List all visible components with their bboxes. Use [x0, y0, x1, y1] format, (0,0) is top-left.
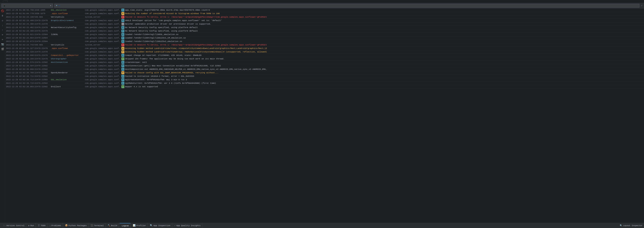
log-pid: 546-603 [34, 16, 51, 18]
status-right[interactable]: 🔍 Layout Inspector [620, 224, 642, 227]
restart-icon[interactable]: ↺ [1, 19, 4, 22]
video-icon[interactable]: 🎬 [1, 47, 4, 51]
camera-icon[interactable]: 📷 [1, 42, 4, 46]
log-content[interactable]: 2022-12-29 01:00:55.790 1639-1855 EGL_em… [5, 8, 644, 223]
status-label: Problems [52, 225, 61, 227]
table-row: 2022-12-29 02:02:26.584 22470-22582 com.… [5, 64, 644, 68]
log-message: Neither updatable production driver nor … [125, 23, 643, 25]
log-tag: VerityUtils [51, 16, 85, 18]
log-pid: 22470-22582 [34, 61, 51, 63]
log-level: D [121, 78, 125, 81]
log-timestamp: 2022-12-29 02:02:23.400 [6, 19, 34, 22]
status-item-run[interactable]: ▶ Run [27, 223, 36, 228]
level-badge: W [122, 12, 124, 15]
expand-icon[interactable]: ⤢ [641, 4, 642, 7]
filter-bar[interactable]: ▼ [54, 4, 640, 7]
log-package: com.google.samples.apps.sunflower [85, 30, 121, 32]
pause-icon[interactable]: ⏸ [1, 14, 4, 18]
log-level: D [121, 19, 125, 22]
log-timestamp: 2022-12-29 02:02:25.690 [6, 54, 34, 56]
status-bar: ↑↓ Version Control ▶ Run ☰ TODO ⚠ Proble… [0, 223, 644, 228]
status-item-app-inspection[interactable]: 🔍 App Inspection [148, 223, 172, 228]
log-level: W [121, 71, 125, 74]
log-level: I [121, 85, 125, 88]
logcat-tab[interactable] [3, 1, 8, 2]
log-level: D [121, 82, 125, 85]
level-badge: W [122, 50, 124, 53]
log-pid: 22470-22470 [34, 58, 51, 60]
status-label: App Inspection [154, 225, 170, 227]
status-item-logcat[interactable]: Logcat [120, 223, 131, 228]
left-sidebar: 🚫 ⏸ ↺ ↓ ↑ ≡ ≡ 📷 🎬 [0, 8, 5, 223]
log-level: I [121, 57, 125, 60]
status-icon: ⚠ [50, 224, 51, 227]
log-timestamp: 2022-12-29 02:02:26.709 [6, 72, 34, 74]
table-row: 2022-12-29 02:02:23.402 22470-22470 Netw… [5, 26, 644, 29]
log-package: com.google.samples.apps.sunflower [85, 33, 121, 36]
log-message: app_time_stats: avg=27989792.00ms min=8.… [125, 9, 643, 11]
log-message: eglMakeCurrent: 0x7df95262cf50: ver 3 0 … [125, 82, 643, 84]
scroll-down-icon[interactable]: ↓ [1, 23, 4, 27]
log-timestamp: 2022-12-29 02:02:24.328 [6, 51, 34, 53]
status-item-app-quality-insights[interactable]: ✓ App Quality Insights [173, 223, 202, 228]
scroll-up-icon[interactable]: ↑ [1, 28, 4, 32]
log-level: D [121, 75, 125, 78]
status-icon: ☰ [38, 224, 40, 227]
log-level: D [121, 68, 125, 71]
device-dropdown-icon: ▾ [50, 4, 51, 7]
log-package: com.google.samples.apps.sunflower [85, 47, 121, 49]
status-label: Terminal [94, 225, 104, 227]
log-message: Failed to measure fs-verity, errno 1: /d… [125, 16, 643, 18]
log-message: Reducing the number of considered missed… [125, 12, 643, 15]
table-row: 2022-12-29 02:02:23.400 22470-22470 com.… [5, 29, 644, 33]
level-badge: D [122, 64, 124, 67]
log-package: com.google.samples.apps.sunflower [85, 40, 121, 42]
log-package: system_server [85, 16, 121, 18]
status-item-todo[interactable]: ☰ TODO [36, 223, 47, 228]
table-row: 2022-12-29 02:02:26.709 22470-22582 Open… [5, 71, 644, 75]
level-badge: D [122, 19, 124, 22]
log-timestamp: 2022-12-29 02:02:23.199 [6, 16, 34, 18]
status-item-profiler[interactable]: 📊 Profiler [131, 223, 148, 228]
log-pid: 22470-22470 [34, 26, 51, 29]
status-icon: 🔨 [108, 224, 110, 227]
layout-inspector-label: Layout Inspector [623, 225, 642, 227]
log-tag: HostConnection [51, 61, 85, 63]
clear-icon[interactable]: 🚫 [1, 9, 4, 13]
log-timestamp: 2022-12-29 02:02:23.673 [6, 40, 34, 42]
status-icon: 📦 [65, 224, 68, 227]
status-item-problems[interactable]: ⚠ Problems [48, 223, 63, 228]
log-tag: EGL_emulation [51, 79, 85, 81]
status-item-version-control[interactable]: ↑↓ Version Control [2, 223, 26, 228]
status-icon: 📊 [133, 224, 136, 227]
log-message: HostConnection::get() New Host Connectio… [125, 65, 643, 67]
status-item-build[interactable]: 🔨 Build [106, 223, 119, 228]
table-row: 2022-12-29 02:02:23.664 22470-22584 com.… [5, 36, 644, 40]
table-row: 2022-12-29 01:00:55.790 1639-1855 EGL_em… [5, 8, 644, 12]
level-badge: E [122, 15, 124, 18]
status-item-python-packages[interactable]: 📦 Python Packages [64, 223, 88, 228]
log-pid: 22470-22582 [34, 65, 51, 67]
status-label: Run [30, 225, 34, 227]
level-badge: D [122, 78, 124, 81]
status-item-terminal[interactable]: ⬛ Terminal [89, 223, 106, 228]
log-message: eglCreateContext: 0x7df95262cf50: maj 3 … [125, 79, 643, 81]
filter-icon[interactable]: ≡ [1, 33, 4, 37]
log-pid: 22470-22584 [34, 37, 51, 39]
log-pid: 22470-22582 [34, 75, 51, 77]
settings-icon[interactable]: ≡ [1, 38, 4, 41]
log-level: V [121, 22, 125, 25]
status-label: Version Control [6, 225, 24, 227]
level-badge: E [122, 43, 124, 46]
log-level: D [121, 9, 125, 11]
table-row: 2022-12-29 02:02:26.715 22470-22582 com.… [5, 82, 644, 85]
level-badge: I [122, 85, 124, 88]
status-label: Profiler [136, 225, 146, 227]
log-package: com.google.samples.apps.sunflower [85, 68, 121, 70]
table-row: 2022-12-29 02:02:23.199 546-603 VerityUt… [5, 15, 644, 19]
log-tag: libEGL [51, 33, 85, 36]
log-message: createUnique: call [125, 61, 643, 63]
log-timestamp: 2022-12-29 02:02:26.803 [6, 86, 34, 88]
log-package: com.google.samples.apps.sunflower [85, 72, 121, 74]
device-selector[interactable]: 📱 ▾ [2, 4, 53, 7]
